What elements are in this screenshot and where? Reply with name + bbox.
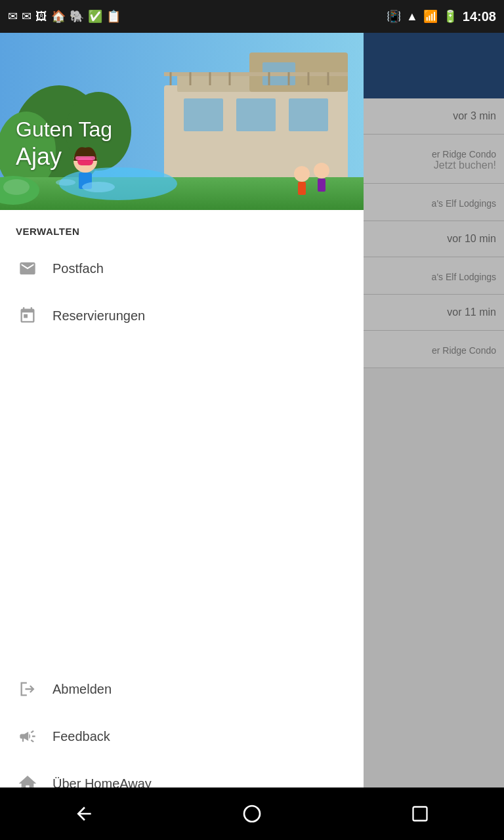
- signal-icon: 📶: [423, 9, 438, 24]
- gmail-icon: ✉: [8, 9, 18, 24]
- calendar-icon: [16, 304, 39, 327]
- svg-rect-8: [236, 98, 276, 131]
- recents-button[interactable]: [400, 794, 440, 833]
- notification-item-2: er Ridge Condo Jetzt buchen!: [364, 135, 504, 184]
- home-button[interactable]: [232, 794, 272, 833]
- section-label-verwalten: VERWALTEN: [0, 210, 364, 245]
- notif-property-2: er Ridge Condo: [371, 149, 496, 159]
- status-bar: ✉ ✉ 🖼 🏠 🐘 ✅ 📋 📳 ▲ 📶 🔋 14:08: [0, 0, 504, 33]
- notif-property-7: er Ridge Condo: [371, 345, 496, 356]
- clipboard-icon: 📋: [106, 9, 121, 24]
- svg-rect-11: [164, 72, 348, 76]
- home-icon: 🏠: [51, 9, 66, 24]
- status-icons-left: ✉ ✉ 🖼 🏠 🐘 ✅ 📋: [8, 9, 121, 24]
- notification-item-4: vor 10 min: [364, 221, 504, 257]
- notif-time-4: vor 10 min: [371, 233, 496, 245]
- svg-rect-20: [0, 177, 364, 210]
- evernote-icon: 🐘: [70, 9, 84, 24]
- menu-section: VERWALTEN Postfach Reservierungen: [0, 210, 364, 807]
- notif-property-5: a's Elf Lodgings: [371, 272, 496, 282]
- menu-item-postfach[interactable]: Postfach: [0, 245, 364, 292]
- greeting-line2: Ajay: [16, 143, 112, 171]
- back-button[interactable]: [64, 794, 104, 833]
- greeting-line1: Guten Tag: [16, 117, 112, 142]
- vibrate-icon: 📳: [387, 9, 401, 24]
- svg-point-29: [56, 179, 75, 186]
- tasks-icon: ✅: [88, 9, 102, 24]
- postfach-label: Postfach: [52, 261, 104, 276]
- main-panel: vor 3 min er Ridge Condo Jetzt buchen! a…: [364, 33, 504, 807]
- svg-point-21: [59, 167, 177, 200]
- feedback-label: Feedback: [52, 729, 110, 744]
- notification-item-6: vor 11 min: [364, 295, 504, 331]
- svg-rect-35: [413, 807, 427, 821]
- notif-action-2: Jetzt buchen!: [371, 159, 496, 171]
- battery-icon: 🔋: [443, 9, 457, 24]
- status-icons-right: 📳 ▲ 📶 🔋 14:08: [387, 9, 496, 24]
- menu-item-reservierungen[interactable]: Reservierungen: [0, 292, 364, 339]
- signout-icon: [16, 677, 39, 701]
- reservierungen-label: Reservierungen: [52, 308, 145, 324]
- bottom-navigation: [0, 788, 504, 840]
- navigation-drawer: Guten Tag Ajay VERWALTEN Postfach Reserv…: [0, 33, 364, 807]
- menu-item-abmelden[interactable]: Abmelden: [0, 665, 364, 713]
- notif-time-6: vor 11 min: [371, 306, 496, 318]
- svg-point-34: [244, 806, 260, 822]
- svg-point-28: [82, 182, 115, 192]
- svg-point-32: [314, 163, 329, 178]
- abmelden-label: Abmelden: [52, 682, 112, 697]
- notif-property-3: a's Elf Lodgings: [371, 198, 496, 209]
- svg-point-30: [294, 166, 310, 182]
- drawer-header: Guten Tag Ajay: [0, 33, 364, 210]
- menu-item-feedback[interactable]: Feedback: [0, 713, 364, 760]
- svg-rect-31: [298, 182, 306, 195]
- envelope-icon: [16, 257, 39, 280]
- menu-spacer: [0, 339, 364, 665]
- svg-rect-33: [318, 178, 326, 192]
- svg-point-23: [3, 179, 30, 195]
- notification-item-1: vor 3 min: [364, 98, 504, 135]
- photos-icon: 🖼: [35, 10, 47, 24]
- wifi-icon: ▲: [406, 10, 418, 24]
- notif-time-1: vor 3 min: [371, 110, 496, 122]
- status-time: 14:08: [463, 9, 496, 24]
- notification-item-3: a's Elf Lodgings: [364, 184, 504, 221]
- gmail2-icon: ✉: [22, 9, 32, 24]
- notification-item-5: a's Elf Lodgings: [364, 257, 504, 295]
- svg-rect-9: [289, 98, 328, 131]
- svg-rect-7: [184, 98, 223, 131]
- notification-item-7: er Ridge Condo: [364, 331, 504, 368]
- main-header: [364, 33, 504, 98]
- megaphone-icon: [16, 724, 39, 748]
- drawer-greeting: Guten Tag Ajay: [16, 117, 112, 171]
